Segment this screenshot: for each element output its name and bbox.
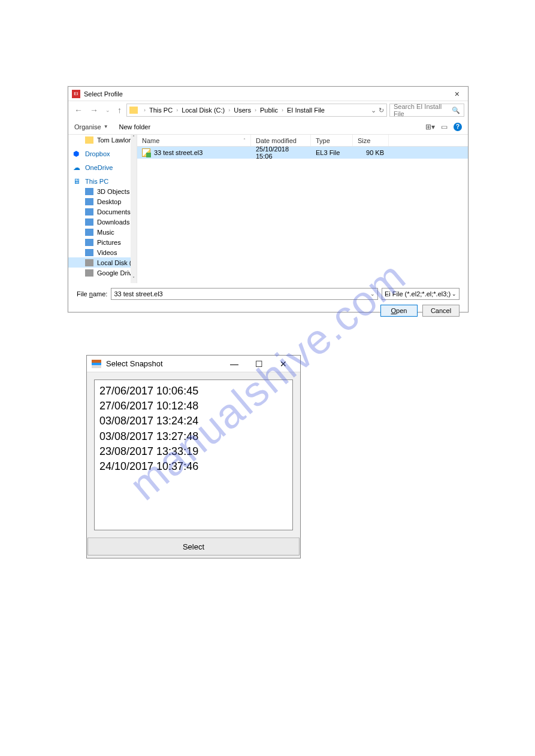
sort-indicator-icon: ˄ xyxy=(243,138,246,143)
search-input[interactable]: Search EI Install File 🔍 xyxy=(389,104,464,117)
chevron-right-icon[interactable]: › xyxy=(141,107,148,113)
sidebar-item[interactable]: Local Disk (C:) xyxy=(68,257,137,268)
address-bar[interactable]: › This PC › Local Disk (C:) › Users › Pu… xyxy=(126,104,387,117)
dialog-title: Select Profile xyxy=(84,90,123,98)
nav-sidebar: Tom Lawlor⬢Dropbox☁OneDrive🖥This PC3D Ob… xyxy=(68,135,137,283)
sidebar-item[interactable]: ☁OneDrive xyxy=(68,162,137,172)
filetype-select[interactable]: Ei File (*.el2;*.el;*.el3;) ⌄ xyxy=(382,288,460,300)
chevron-right-icon[interactable]: › xyxy=(279,107,286,113)
scroll-down-icon[interactable]: ˅ xyxy=(131,276,137,283)
sidebar-item-label: Network xyxy=(85,283,109,284)
breadcrumb-segment[interactable]: EI Install File xyxy=(287,107,325,114)
address-dropdown[interactable]: ⌄↻ xyxy=(371,107,384,114)
sidebar-item-label: This PC xyxy=(85,178,108,185)
sidebar-item[interactable]: 3D Objects xyxy=(68,186,137,196)
sidebar-item[interactable]: Desktop xyxy=(68,196,137,207)
sidebar-item[interactable]: Videos xyxy=(68,247,137,257)
chevron-down-icon: ⌄ xyxy=(452,291,457,297)
sidebar-item-label: Desktop xyxy=(97,198,121,205)
breadcrumb-segment[interactable]: Users xyxy=(234,107,251,114)
onedrive-icon: ☁ xyxy=(73,164,81,171)
sidebar-item-label: Pictures xyxy=(97,239,121,246)
sidebar-item[interactable]: 🖥This PC xyxy=(68,176,137,186)
file-open-dialog: EI Select Profile × ← → ⌄ ↑ › This PC › … xyxy=(68,86,468,312)
chevron-right-icon[interactable]: › xyxy=(174,107,180,113)
select-button[interactable]: Select xyxy=(87,538,300,555)
list-item[interactable]: 27/06/2017 10:06:45 xyxy=(99,384,288,399)
forward-button[interactable]: → xyxy=(87,103,101,117)
disk-icon xyxy=(85,269,93,277)
sidebar-item-label: Music xyxy=(97,229,114,236)
gen-icon xyxy=(85,229,93,236)
file-row[interactable]: 33 test street.el3 25/10/2018 15:06 EL3 … xyxy=(137,147,468,159)
column-header-size[interactable]: Size xyxy=(353,135,389,146)
chevron-down-icon[interactable]: ⌄ xyxy=(370,291,375,297)
column-headers: Name ˄ Date modified Type Size xyxy=(137,135,468,147)
breadcrumb-segment[interactable]: Local Disk (C:) xyxy=(182,107,225,114)
view-options-button[interactable]: ⊞▾ xyxy=(425,123,435,131)
sidebar-item-label: Downloads xyxy=(97,218,129,226)
sidebar-item[interactable]: Pictures xyxy=(68,237,137,247)
column-header-name[interactable]: Name ˄ xyxy=(137,135,251,146)
snapshot-list[interactable]: 27/06/2017 10:06:4527/06/2017 10:12:4803… xyxy=(94,379,293,530)
file-icon xyxy=(142,148,150,157)
close-icon[interactable]: ✕ xyxy=(271,357,295,371)
preview-pane-button[interactable]: ▭ xyxy=(441,123,448,131)
up-button[interactable]: ↑ xyxy=(115,103,124,117)
folder-icon xyxy=(85,136,93,144)
dialog-titlebar: EI Select Profile × xyxy=(68,87,468,101)
scroll-up-icon[interactable]: ˄ xyxy=(131,135,137,142)
search-icon: 🔍 xyxy=(452,107,460,114)
chevron-right-icon[interactable]: › xyxy=(252,107,259,113)
sidebar-item[interactable]: Tom Lawlor xyxy=(68,135,137,145)
list-item[interactable]: 24/10/2017 10:37:46 xyxy=(99,459,288,474)
chevron-down-icon: ▼ xyxy=(104,124,108,129)
sidebar-item-label: OneDrive xyxy=(85,164,113,171)
file-date: 25/10/2018 15:06 xyxy=(251,145,311,160)
file-list: Name ˄ Date modified Type Size 33 test s… xyxy=(137,135,468,283)
minimize-icon[interactable]: — xyxy=(222,357,247,371)
sidebar-item-label: Tom Lawlor xyxy=(97,136,131,144)
search-placeholder: Search EI Install File xyxy=(394,103,452,117)
folder-icon xyxy=(129,107,138,114)
gen-icon xyxy=(85,188,93,195)
open-button[interactable]: Open xyxy=(380,305,418,317)
cancel-button[interactable]: Cancel xyxy=(422,305,460,317)
disk-icon xyxy=(85,259,93,266)
back-button[interactable]: ← xyxy=(72,103,85,117)
sidebar-item[interactable]: Music xyxy=(68,227,137,237)
help-icon[interactable]: ? xyxy=(454,123,462,131)
list-item[interactable]: 23/08/2017 13:33:19 xyxy=(99,444,288,459)
sidebar-item[interactable]: 🖧Network xyxy=(68,281,137,283)
gen-icon xyxy=(85,198,93,205)
column-header-date[interactable]: Date modified xyxy=(251,135,311,146)
breadcrumb-segment[interactable]: This PC xyxy=(149,107,173,114)
app-icon xyxy=(92,360,101,368)
sidebar-item[interactable]: Google Drive Fil xyxy=(68,268,137,278)
sidebar-item[interactable]: Downloads xyxy=(68,217,137,227)
list-item[interactable]: 03/08/2017 13:27:48 xyxy=(99,429,288,444)
sidebar-item[interactable]: Documents xyxy=(68,207,137,217)
pc-icon: 🖥 xyxy=(73,178,81,185)
sidebar-scrollbar[interactable]: ˄ ˅ xyxy=(131,135,137,283)
list-item[interactable]: 03/08/2017 13:24:24 xyxy=(99,414,288,429)
sidebar-item-label: Videos xyxy=(97,249,117,256)
gen-icon xyxy=(85,218,93,226)
organise-button[interactable]: Organise ▼ xyxy=(74,123,108,130)
sidebar-item[interactable]: ⬢Dropbox xyxy=(68,148,137,159)
nav-row: ← → ⌄ ↑ › This PC › Local Disk (C:) › Us… xyxy=(68,101,468,119)
toolbar: Organise ▼ New folder ⊞▾ ▭ ? xyxy=(68,119,468,135)
app-icon: EI xyxy=(72,90,80,98)
close-icon[interactable]: × xyxy=(450,89,464,99)
dropbox-icon: ⬢ xyxy=(73,150,81,157)
filename-input[interactable]: 33 test street.el3 ⌄ xyxy=(111,288,378,300)
filename-label: File name: xyxy=(77,290,107,297)
chevron-right-icon[interactable]: › xyxy=(226,107,232,113)
breadcrumb-segment[interactable]: Public xyxy=(260,107,278,114)
column-header-type[interactable]: Type xyxy=(311,135,353,146)
list-item[interactable]: 27/06/2017 10:12:48 xyxy=(99,399,288,414)
select-snapshot-dialog: Select Snapshot — ☐ ✕ 27/06/2017 10:06:4… xyxy=(86,355,301,558)
recent-dropdown-icon[interactable]: ⌄ xyxy=(103,105,113,116)
new-folder-button[interactable]: New folder xyxy=(119,123,151,130)
maximize-icon[interactable]: ☐ xyxy=(247,357,271,371)
